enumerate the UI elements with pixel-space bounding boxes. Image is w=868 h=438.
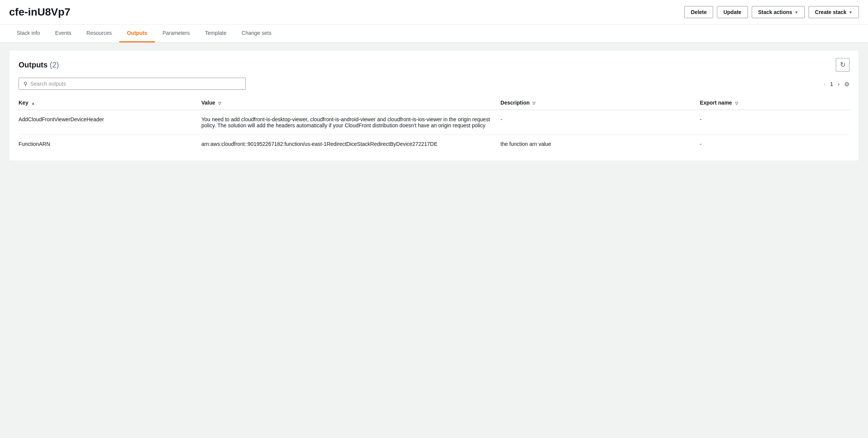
update-button[interactable]: Update xyxy=(717,6,748,18)
top-bar: cfe-inU8Vp7 Delete Update Stack actions … xyxy=(0,0,868,25)
refresh-icon: ↻ xyxy=(840,61,846,69)
delete-button[interactable]: Delete xyxy=(684,6,713,18)
tab-events[interactable]: Events xyxy=(47,25,79,42)
refresh-button[interactable]: ↻ xyxy=(836,58,849,72)
cell-export-name: - xyxy=(700,110,849,135)
prev-page-button[interactable]: ‹ xyxy=(821,79,828,89)
tab-stack-info[interactable]: Stack info xyxy=(9,25,47,42)
outputs-panel: Outputs (2) ↻ ⚲ ‹ 1 › ⚙ xyxy=(9,50,859,161)
cell-description: the function arn value xyxy=(501,135,700,153)
chevron-down-icon: ▼ xyxy=(849,10,852,14)
outputs-table: Key ▲ Value ▽ Description ▽ Export name … xyxy=(19,96,849,153)
col-header-export-name[interactable]: Export name ▽ xyxy=(700,96,849,110)
col-header-description[interactable]: Description ▽ xyxy=(501,96,700,110)
panel-title: Outputs (2) xyxy=(19,61,59,69)
chevron-down-icon: ▼ xyxy=(795,10,798,14)
col-header-key[interactable]: Key ▲ xyxy=(19,96,201,110)
tab-template[interactable]: Template xyxy=(197,25,234,42)
search-row: ⚲ ‹ 1 › ⚙ xyxy=(19,78,849,96)
top-actions: Delete Update Stack actions ▼ Create sta… xyxy=(684,6,859,18)
sort-asc-icon: ▲ xyxy=(31,101,35,105)
sort-icon: ▽ xyxy=(218,101,221,105)
sort-icon: ▽ xyxy=(735,101,738,105)
next-page-button[interactable]: › xyxy=(835,79,842,89)
tab-parameters[interactable]: Parameters xyxy=(155,25,197,42)
search-bar[interactable]: ⚲ xyxy=(19,78,246,90)
tab-resources[interactable]: Resources xyxy=(79,25,119,42)
search-icon: ⚲ xyxy=(23,81,27,87)
tabs-bar: Stack info Events Resources Outputs Para… xyxy=(0,25,868,42)
cell-export-name: - xyxy=(700,135,849,153)
outputs-count: (2) xyxy=(50,61,59,69)
settings-icon[interactable]: ⚙ xyxy=(844,81,849,88)
table-row: FunctionARN arn:aws:cloudfront::90195226… xyxy=(19,135,849,153)
main-content: Outputs (2) ↻ ⚲ ‹ 1 › ⚙ xyxy=(0,42,868,169)
tab-change-sets[interactable]: Change sets xyxy=(234,25,279,42)
page-number: 1 xyxy=(830,81,833,87)
stack-title: cfe-inU8Vp7 xyxy=(9,6,70,18)
cell-description: - xyxy=(501,110,700,135)
panel-header: Outputs (2) ↻ xyxy=(19,58,849,72)
table-row: AddCloudFrontViewerDeviceHeader You need… xyxy=(19,110,849,135)
tab-outputs[interactable]: Outputs xyxy=(119,25,155,42)
stack-actions-button[interactable]: Stack actions ▼ xyxy=(752,6,805,18)
create-stack-button[interactable]: Create stack ▼ xyxy=(809,6,859,18)
cell-key: AddCloudFrontViewerDeviceHeader xyxy=(19,110,201,135)
cell-value: arn:aws:cloudfront::901952267182:functio… xyxy=(201,135,501,153)
cell-value: You need to add cloudfront-is-desktop-vi… xyxy=(201,110,501,135)
cell-key: FunctionARN xyxy=(19,135,201,153)
sort-icon: ▽ xyxy=(532,101,535,105)
search-input[interactable] xyxy=(30,81,241,87)
col-header-value[interactable]: Value ▽ xyxy=(201,96,501,110)
pagination-area: ‹ 1 › ⚙ xyxy=(821,78,849,89)
